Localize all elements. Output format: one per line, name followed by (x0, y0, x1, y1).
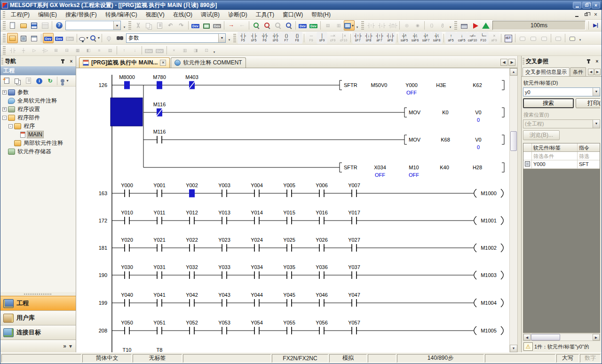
rising-pulse-branch-button[interactable]: ┤↑├aF7 (374, 32, 385, 44)
application-instruction-button[interactable]: { }F8 (292, 32, 302, 44)
expand-toggle-icon[interactable]: + (2, 107, 7, 111)
panel-splitter-handle[interactable] (0, 292, 76, 296)
panel-grip[interactable] (1, 58, 3, 64)
step-execution-button[interactable]: ▶| (590, 20, 601, 31)
column-header-device[interactable]: 软元件/标签 (532, 143, 578, 151)
panel-splitter[interactable] (517, 56, 522, 352)
toolbar-overflow-icon[interactable]: ▾ (578, 33, 583, 43)
expand-toggle-icon[interactable]: - (2, 116, 7, 120)
device-display-green-button[interactable]: Dev (308, 20, 319, 31)
device-display-mode-button[interactable]: ▼ (79, 33, 89, 43)
tree-item-全局软元件注释[interactable]: +全局软元件注释 (0, 96, 76, 105)
horizontal-scrollbar[interactable]: ◀ ▶ (523, 333, 600, 341)
tree-item-局部软元件注释[interactable]: +局部软元件注释 (0, 139, 76, 147)
new-project-button[interactable] (7, 20, 18, 31)
toolbar-overflow-icon[interactable]: ▾ (212, 46, 217, 55)
menu-item-4[interactable]: 转换/编译(C) (101, 10, 142, 19)
menu-item-11[interactable]: 帮助(H) (307, 10, 335, 19)
invert-rising-button[interactable]: ↑aF5 (445, 32, 456, 44)
tree-item-软元件存储器[interactable]: +软元件存储器 (0, 147, 76, 156)
invert-falling-button[interactable]: ↓caF5 (456, 32, 467, 44)
toolbar-overflow-icon[interactable]: ▾ (448, 21, 453, 30)
tab-crossref-condition[interactable]: 条件 (570, 67, 586, 76)
menu-item-8[interactable]: 诊断(D) (224, 10, 252, 19)
menu-item-5[interactable]: 视图(V) (142, 10, 169, 19)
table-row[interactable]: Y000SFT (523, 160, 600, 169)
filter-device-cell[interactable]: 筛选条件 (532, 152, 578, 160)
tree-item-main[interactable]: +MAIN (0, 130, 76, 139)
falling-pulse-close-button[interactable]: ┤∕↓saF6 (410, 32, 420, 44)
menu-item-7[interactable]: 调试(B) (197, 10, 224, 19)
menu-item-1[interactable]: 工程(P) (7, 10, 34, 19)
toolbar-grip[interactable] (361, 21, 364, 30)
chevron-down-icon[interactable]: ▼ (218, 34, 225, 42)
tree-item-程序[interactable]: -程序 (0, 122, 76, 130)
scroll-track[interactable] (510, 76, 517, 345)
falling-pulse-branch-button[interactable]: ┤↓├aF8 (385, 32, 396, 44)
falling-pulse-close-branch-button[interactable]: ┤∕↓saF8 (431, 32, 442, 44)
toolbar-overflow-icon[interactable]: ▾ (227, 33, 232, 43)
edit-cursor[interactable] (111, 98, 143, 126)
toolbar-overflow-icon[interactable]: ▾ (122, 21, 127, 30)
simulation-start-button[interactable] (469, 20, 480, 31)
nav-mode-connection-button[interactable]: 连接目标 (0, 325, 76, 340)
mdi-close-button[interactable]: × (592, 11, 600, 18)
sort-filter-button[interactable]: ▼ (59, 76, 70, 86)
device-memory-display-button[interactable]: Dev (54, 33, 64, 43)
filter-instruction-cell[interactable]: 筛选 (578, 152, 600, 160)
tab-scroll-left-icon[interactable]: ◀ (500, 59, 507, 66)
coil-button[interactable]: ( )F7 (281, 32, 292, 44)
simulation-stop-button[interactable] (480, 20, 491, 31)
menu-item-2[interactable]: 编辑(E) (34, 10, 61, 19)
close-contact-button[interactable]: ┤∕├F6 (259, 32, 270, 44)
refresh-button[interactable]: ↻ (45, 76, 55, 86)
search-button[interactable]: 搜索 (523, 98, 574, 108)
menu-item-9[interactable]: 工具(T) (252, 10, 278, 19)
rising-pulse-button[interactable]: ┤↑├sF7 (352, 32, 363, 44)
tab-close-icon[interactable]: × (160, 60, 166, 66)
line-draw-button[interactable]: └─F10 (478, 32, 489, 44)
browse-button[interactable]: 浏览(B)... (523, 130, 560, 140)
scroll-left-icon[interactable]: ◀ (523, 334, 531, 340)
mdi-minimize-button[interactable] (573, 11, 581, 18)
tree-item-参数[interactable]: +参数 (0, 88, 76, 96)
tab-crossref-info[interactable]: 交叉参照信息显示 (523, 67, 570, 76)
device-find-green-button[interactable] (251, 20, 261, 31)
chevron-down-icon[interactable]: ▼ (113, 21, 120, 30)
device-find-q-button[interactable] (283, 20, 294, 31)
restore-button[interactable] (582, 2, 591, 8)
comment-display-button[interactable] (567, 33, 578, 43)
open-project-button[interactable] (18, 20, 29, 31)
monitor-mode-button[interactable]: ▼ (344, 20, 355, 31)
toolbar-grip[interactable] (233, 34, 236, 42)
toolbar-grip[interactable] (3, 21, 6, 30)
invert-result-button[interactable]: ─∕─caF10 (467, 32, 478, 44)
ladder-editor[interactable]: 126M8000M780M403SFTRM50V0Y000OFFH3EK62M1… (76, 68, 509, 352)
write-to-plc-button[interactable]: → (226, 20, 237, 31)
scroll-up-icon[interactable]: ▲ (510, 68, 517, 76)
scroll-thumb[interactable] (510, 131, 517, 151)
toolbar-grip[interactable] (454, 21, 457, 30)
close-branch-button[interactable]: ┤∕├sF6 (270, 32, 281, 44)
menu-item-10[interactable]: 窗口(W) (278, 10, 307, 19)
chevron-more-icon[interactable]: » (63, 343, 66, 349)
print-button[interactable]: 打印(T (576, 98, 600, 108)
open-contact-button[interactable]: ┤├F5 (238, 32, 248, 44)
scroll-down-icon[interactable]: ▼ (510, 345, 517, 352)
menubar-grip[interactable] (3, 11, 5, 18)
scroll-right-icon[interactable]: ▶ (593, 334, 600, 340)
zoom-setting-button[interactable]: ▼ (89, 33, 100, 43)
open-branch-button[interactable]: ┤├sF5 (248, 32, 259, 44)
nav-mode-project-button[interactable]: 工程 (0, 296, 76, 310)
scroll-thumb[interactable] (531, 334, 560, 340)
search-location-combo[interactable]: (全工程) ▼ (523, 119, 600, 128)
panel-grip[interactable] (523, 58, 524, 64)
close-icon[interactable]: × (594, 58, 601, 64)
device-monitor-button[interactable] (201, 20, 212, 31)
data-property-button[interactable]: i (34, 76, 45, 86)
vertical-line-button[interactable]: │sF9 (317, 32, 327, 44)
nav-mode-user-library-button[interactable]: 用户库 (0, 310, 76, 325)
output-window-button[interactable] (29, 33, 40, 43)
device-find-red-button[interactable] (261, 20, 272, 31)
toolbar-overflow-icon[interactable]: ▾ (355, 21, 360, 30)
